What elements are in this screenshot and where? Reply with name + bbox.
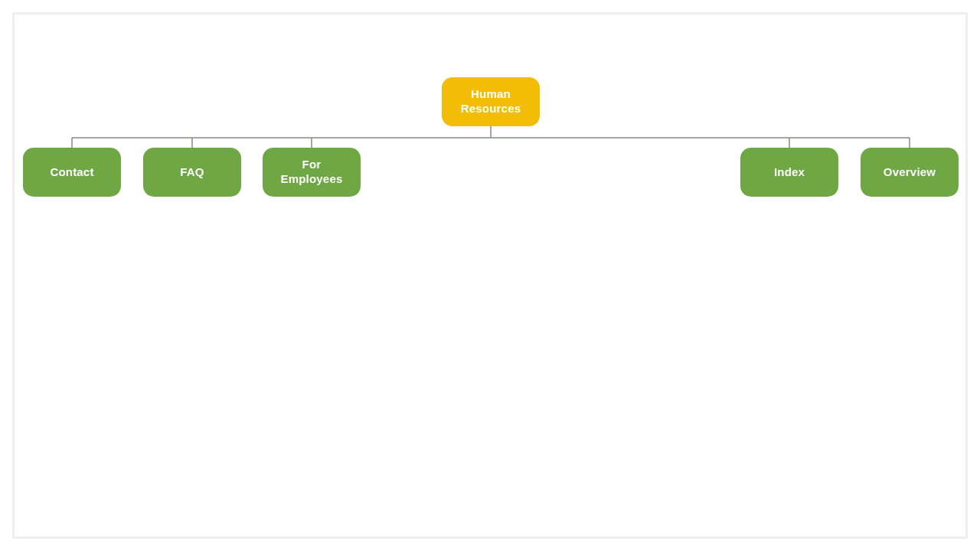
child-node-for-employees[interactable]: For Employees xyxy=(263,148,361,197)
diagram-frame: Human Resources Contact FAQ For Employee… xyxy=(12,12,968,539)
root-label: Human Resources xyxy=(454,87,528,116)
child-label: Overview xyxy=(884,165,936,180)
diagram-canvas: Human Resources Contact FAQ For Employee… xyxy=(18,18,962,533)
root-node-human-resources[interactable]: Human Resources xyxy=(442,77,540,126)
child-node-overview[interactable]: Overview xyxy=(861,148,959,197)
child-label: FAQ xyxy=(180,165,204,180)
child-node-faq[interactable]: FAQ xyxy=(143,148,241,197)
child-node-contact[interactable]: Contact xyxy=(23,148,121,197)
child-label: Contact xyxy=(50,165,93,180)
child-label: Index xyxy=(774,165,805,180)
child-label: For Employees xyxy=(275,158,348,187)
child-node-index[interactable]: Index xyxy=(740,148,838,197)
